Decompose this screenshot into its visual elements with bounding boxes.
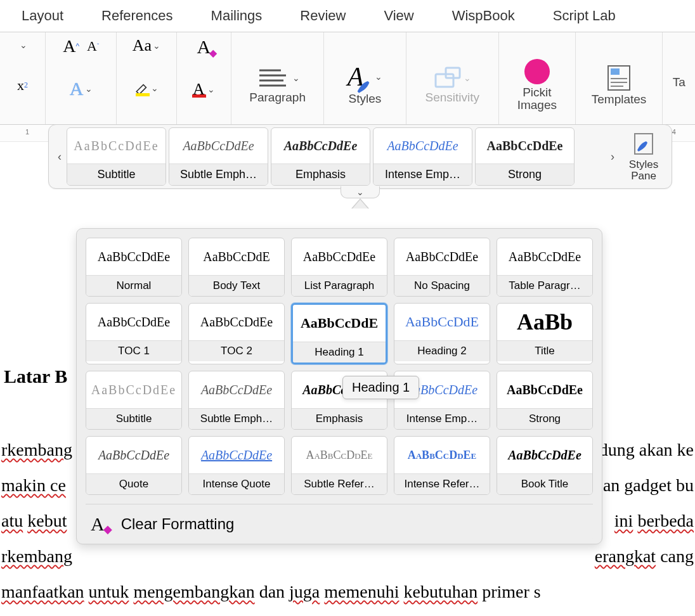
style-list-paragraph[interactable]: AaBbCcDdEeList Paragraph: [291, 238, 387, 297]
ribbon-tabs: LayoutReferencesMailingsReviewViewWispBo…: [0, 0, 695, 32]
quick-style-intense-emp-[interactable]: AaBbCcDdEeIntense Emp…: [373, 127, 472, 186]
font-color-button[interactable]: A ⌄: [193, 80, 215, 99]
style-preview: AaBbCcDdEe: [292, 437, 387, 473]
style-normal[interactable]: AaBbCcDdEeNormal: [86, 238, 182, 297]
style-preview: AaBbCcDdEe: [169, 128, 268, 164]
tab-review[interactable]: Review: [281, 8, 365, 24]
style-body-text[interactable]: AaBbCcDdEBody Text: [188, 238, 285, 297]
style-preview: AaBbCcDdEe: [497, 437, 592, 473]
style-label: List Paragraph: [292, 275, 387, 296]
tab-script-lab[interactable]: Script Lab: [534, 8, 635, 24]
doc-l1-left: rkembang: [1, 432, 72, 468]
style-quote[interactable]: AaBbCcDdEeQuote: [86, 436, 182, 495]
clear-formatting-icon[interactable]: A◆: [197, 36, 211, 58]
style-label: Heading 1: [293, 342, 386, 363]
style-table-paragr-[interactable]: AaBbCcDdEeTable Paragr…: [497, 238, 593, 297]
style-preview: AaBbCcDdEe: [497, 238, 592, 275]
templates-button[interactable]: [606, 58, 632, 93]
style-label: Intense Emp…: [394, 408, 490, 429]
styles-pane-button[interactable]: Styles Pane: [620, 131, 668, 182]
decrease-font-button[interactable]: Aˇ: [87, 38, 99, 55]
style-label: Strong: [497, 408, 592, 429]
quick-style-subtitle[interactable]: AaBbCcDdEeSubtitle: [67, 127, 166, 186]
tab-view[interactable]: View: [365, 8, 432, 24]
doc-l2-left: makin ce: [1, 475, 66, 495]
tab-references[interactable]: References: [82, 8, 192, 24]
style-preview: AaBbCcDdEe: [189, 304, 284, 340]
style-heading-2[interactable]: AaBbCcDdEHeading 2: [394, 303, 490, 364]
style-preview: AaBbCcDdEe: [86, 371, 181, 408]
styles-button[interactable]: A ⌄: [348, 59, 383, 92]
gallery-next-button[interactable]: ›: [606, 150, 620, 164]
style-strong[interactable]: AaBbCcDdEeStrong: [497, 371, 593, 430]
style-label: Subtle Refer…: [292, 473, 387, 494]
pickit-label: Pickit Images: [504, 86, 570, 112]
ribbon: ⌄ x2 A^ Aˇ A⌄ Aa⌄ ⌄ A◆ A ⌄: [0, 32, 695, 125]
style-preview: AaBbCcDdE: [293, 305, 386, 342]
chevron-down-icon[interactable]: ⌄: [20, 40, 27, 50]
style-label: Emphasis: [292, 408, 387, 429]
tab-mailings[interactable]: Mailings: [192, 8, 282, 24]
style-label: Subtle Emph…: [189, 408, 284, 429]
style-label: TOC 1: [86, 340, 181, 361]
tab-wispbook[interactable]: WispBook: [433, 8, 534, 24]
style-preview: AaBbCcDdEe: [86, 238, 181, 275]
gallery-expand-button[interactable]: ⌄: [341, 186, 380, 198]
text-effects-button[interactable]: A⌄: [70, 78, 93, 99]
style-heading-1[interactable]: AaBbCcDdEHeading 1: [291, 303, 387, 364]
gallery-prev-button[interactable]: ‹: [53, 150, 67, 164]
style-no-spacing[interactable]: AaBbCcDdEeNo Spacing: [394, 238, 490, 297]
style-label: Heading 2: [394, 340, 490, 361]
style-preview: AaBbCcDdEe: [189, 437, 284, 473]
pickit-images-button[interactable]: [523, 53, 552, 86]
style-subtle-refer-[interactable]: AaBbCcDdEeSubtle Refer…: [291, 436, 387, 495]
style-preview: AaBbCcDdEe: [86, 437, 181, 473]
quick-style-emphasis[interactable]: AaBbCcDdEeEmphasis: [271, 127, 370, 186]
style-subtitle[interactable]: AaBbCcDdEeSubtitle: [86, 371, 182, 430]
style-preview: AaBbCcDdEe: [271, 128, 370, 164]
tab-layout[interactable]: Layout: [3, 8, 82, 24]
style-label: Table Paragr…: [497, 275, 592, 296]
style-label: No Spacing: [394, 275, 490, 296]
style-toc-1[interactable]: AaBbCcDdEeTOC 1: [86, 303, 182, 364]
style-label: Title: [497, 340, 592, 361]
style-label: Subtle Emph…: [169, 164, 268, 185]
increase-font-button[interactable]: A^: [63, 36, 79, 56]
style-label: Book Title: [497, 473, 592, 494]
highlight-button[interactable]: ⌄: [134, 79, 159, 96]
clear-formatting-button[interactable]: A◆ Clear Formatting: [86, 504, 593, 544]
style-preview: AaBbCcDdEe: [67, 128, 166, 164]
doc-l4-left: rkembang: [1, 539, 72, 574]
svg-rect-4: [436, 74, 453, 87]
style-preview: AaBbCcDdEe: [497, 371, 592, 408]
styles-quick-gallery: ‹ AaBbCcDdEeSubtitleAaBbCcDdEeSubtle Emp…: [48, 124, 672, 189]
style-label: Quote: [86, 473, 181, 494]
style-preview: AaBbCcDdE: [394, 304, 490, 340]
style-preview: AaBbCcDdEe: [292, 238, 387, 275]
svg-point-6: [524, 59, 550, 84]
clear-formatting-icon: A◆: [91, 513, 105, 535]
quick-style-subtle-emph-[interactable]: AaBbCcDdEeSubtle Emph…: [169, 127, 268, 186]
change-case-button[interactable]: Aa⌄: [133, 36, 160, 55]
paragraph-button[interactable]: ⌄: [256, 60, 300, 91]
templates-label: Templates: [592, 93, 647, 106]
style-title[interactable]: AaBbTitle: [497, 303, 593, 364]
style-preview: AaBbCcDdE: [189, 238, 284, 275]
style-subtle-emph-[interactable]: AaBbCcDdEeSubtle Emph…: [188, 371, 285, 430]
style-book-title[interactable]: AaBbCcDdEeBook Title: [497, 436, 593, 495]
style-toc-2[interactable]: AaBbCcDdEeTOC 2: [188, 303, 285, 364]
style-intense-quote[interactable]: AaBbCcDdEeIntense Quote: [188, 436, 285, 495]
sensitivity-label: Sensitivity: [425, 91, 480, 105]
style-preview: AaBbCcDdEe: [394, 238, 490, 275]
paragraph-label: Paragraph: [249, 91, 306, 105]
quick-style-strong[interactable]: AaBbCcDdEeStrong: [475, 127, 575, 186]
style-tooltip: Heading 1: [342, 376, 419, 399]
style-preview: AaBbCcDdEe: [86, 304, 181, 340]
styles-pane-label: Styles Pane: [620, 159, 668, 182]
subscript-button[interactable]: x2: [17, 77, 28, 94]
clear-formatting-label: Clear Formatting: [121, 515, 235, 533]
sensitivity-button: ⌄: [433, 60, 471, 91]
style-intense-refer-[interactable]: AaBbCcDdEeIntense Refer…: [394, 436, 490, 495]
style-label: Intense Quote: [189, 473, 284, 494]
style-preview: AaBb: [497, 304, 592, 340]
